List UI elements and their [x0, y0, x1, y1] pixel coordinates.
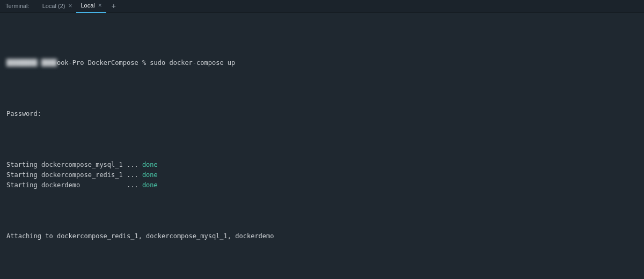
status-done: done [142, 161, 158, 168]
password-prompt: Password: [6, 109, 638, 119]
status-done: done [142, 181, 158, 189]
tab-local[interactable]: Local × [76, 0, 106, 13]
starting-line: Starting dockerdemo ... done [6, 180, 638, 190]
hostname-fragment: ook-Pro [57, 59, 84, 67]
prompt-line: ████████ ████ook-Pro DockerCompose % sud… [6, 58, 638, 68]
terminal-tabbar: Terminal: Local (2) × Local × + [0, 0, 644, 13]
tab-label: Local [80, 1, 94, 11]
tab-label: Local (2) [42, 1, 65, 11]
hostname-obscured: ████████ ████ [6, 59, 57, 67]
starting-text: Starting dockercompose_redis_1 ... [6, 171, 142, 179]
close-icon[interactable]: × [98, 1, 102, 11]
close-icon[interactable]: × [68, 1, 72, 11]
add-tab-button[interactable]: + [112, 1, 116, 11]
starting-text: Starting dockerdemo ... [6, 181, 142, 189]
starting-line: Starting dockercompose_redis_1 ... done [6, 170, 638, 180]
starting-text: Starting dockercompose_mysql_1 ... [6, 161, 142, 168]
cwd: DockerCompose [88, 59, 138, 67]
starting-line: Starting dockercompose_mysql_1 ... done [6, 160, 638, 170]
terminal-body[interactable]: ████████ ████ook-Pro DockerCompose % sud… [0, 13, 644, 279]
tabbar-label: Terminal: [5, 1, 30, 11]
attaching-line: Attaching to dockercompose_redis_1, dock… [6, 231, 638, 241]
status-done: done [142, 171, 158, 179]
command-text: sudo docker-compose up [150, 59, 235, 67]
tab-local-2[interactable]: Local (2) × [38, 0, 77, 13]
